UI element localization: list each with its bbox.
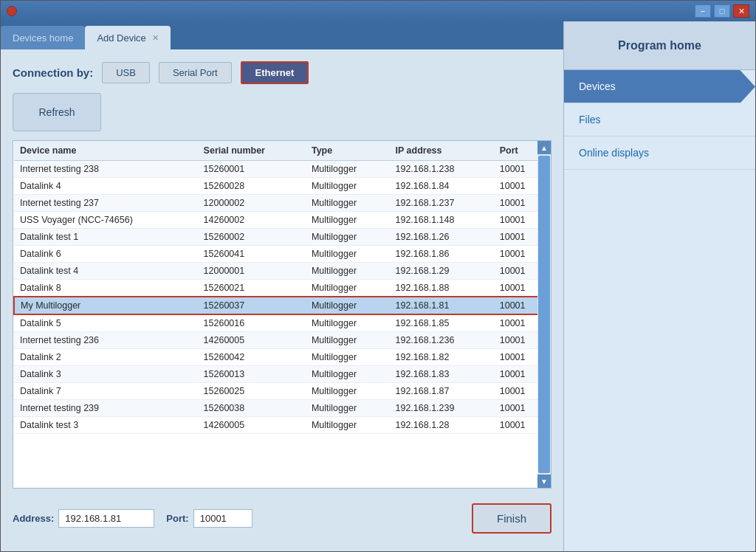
cell-ip: 192.168.1.28: [389, 417, 493, 434]
address-group: Address:: [13, 509, 154, 528]
connection-label: Connection by:: [13, 66, 93, 79]
table-row[interactable]: Datalink 6 15260041 Multilogger 192.168.…: [14, 246, 550, 263]
cell-type: Multilogger: [306, 349, 390, 366]
table-row[interactable]: Internet testing 236 14260005 Multilogge…: [14, 332, 550, 349]
scrollbar[interactable]: ▲ ▼: [537, 141, 551, 488]
cell-serial: 15260042: [198, 349, 306, 366]
cell-serial: 15260001: [198, 161, 306, 178]
scroll-up-button[interactable]: ▲: [537, 141, 551, 154]
cell-type: Multilogger: [306, 332, 390, 349]
cell-ip: 192.168.1.236: [389, 332, 493, 349]
cell-device-name: Datalink 5: [14, 314, 198, 332]
cell-serial: 14260005: [198, 417, 306, 434]
tab-devices-home[interactable]: Devices home: [1, 26, 85, 49]
cell-ip: 192.168.1.83: [389, 366, 493, 383]
cell-serial: 15260016: [198, 314, 306, 332]
cell-device-name: Internet testing 237: [14, 195, 198, 212]
cell-type: Multilogger: [306, 212, 390, 229]
table-row[interactable]: Datalink 4 15260028 Multilogger 192.168.…: [14, 178, 550, 195]
cell-serial: 12000002: [198, 195, 306, 212]
cell-device-name: Internet testing 236: [14, 332, 198, 349]
finish-button[interactable]: Finish: [472, 503, 551, 534]
cell-ip: 192.168.1.85: [389, 314, 493, 332]
table-row[interactable]: Internet testing 239 15260038 Multilogge…: [14, 400, 550, 417]
nav-item-online-displays[interactable]: Online displays: [564, 137, 755, 170]
cell-ip: 192.168.1.87: [389, 383, 493, 400]
nav-item-online-displays-label: Online displays: [579, 147, 649, 159]
cell-ip: 192.168.1.148: [389, 212, 493, 229]
table-scroll[interactable]: Device name Serial number Type IP addres…: [13, 141, 551, 488]
window-controls: − □ ✕: [695, 4, 749, 18]
address-input[interactable]: [58, 509, 154, 528]
cell-device-name: Datalink test 3: [14, 417, 198, 434]
tab-add-device[interactable]: Add Device ✕: [85, 26, 170, 49]
cell-device-name: Datalink 7: [14, 383, 198, 400]
cell-device-name: Datalink 6: [14, 246, 198, 263]
program-home-title: Program home: [564, 21, 755, 70]
cell-serial: 15260041: [198, 246, 306, 263]
connection-row: Connection by: USB Serial Port Ethernet: [13, 61, 551, 84]
nav-item-devices-label: Devices: [579, 80, 616, 92]
table-header-row: Device name Serial number Type IP addres…: [14, 141, 550, 161]
cell-type: Multilogger: [306, 297, 390, 314]
title-bar: − □ ✕: [1, 1, 755, 21]
restore-button[interactable]: □: [714, 4, 730, 18]
cell-ip: 192.168.1.239: [389, 400, 493, 417]
right-panel: Program home Devices Files Online displa…: [563, 21, 755, 551]
table-row[interactable]: Datalink test 3 14260005 Multilogger 192…: [14, 417, 550, 434]
cell-device-name: Datalink test 1: [14, 229, 198, 246]
cell-serial: 15260028: [198, 178, 306, 195]
cell-serial: 15260013: [198, 366, 306, 383]
cell-type: Multilogger: [306, 195, 390, 212]
cell-ip: 192.168.1.86: [389, 246, 493, 263]
cell-ip: 192.168.1.26: [389, 229, 493, 246]
ethernet-button[interactable]: Ethernet: [241, 61, 309, 84]
minimize-button[interactable]: −: [695, 4, 711, 18]
table-row[interactable]: Datalink 2 15260042 Multilogger 192.168.…: [14, 349, 550, 366]
scroll-down-button[interactable]: ▼: [537, 475, 551, 488]
table-row[interactable]: Internet testing 237 12000002 Multilogge…: [14, 195, 550, 212]
close-button[interactable]: ✕: [733, 4, 749, 18]
nav-item-devices[interactable]: Devices: [564, 70, 755, 103]
scrollbar-thumb[interactable]: [538, 156, 550, 473]
device-table-container: Device name Serial number Type IP addres…: [13, 140, 551, 489]
table-row[interactable]: Datalink 5 15260016 Multilogger 192.168.…: [14, 314, 550, 332]
tab-add-device-label: Add Device: [97, 32, 145, 44]
cell-type: Multilogger: [306, 400, 390, 417]
cell-ip: 192.168.1.84: [389, 178, 493, 195]
refresh-button[interactable]: Refresh: [13, 93, 101, 131]
table-row[interactable]: Datalink 3 15260013 Multilogger 192.168.…: [14, 366, 550, 383]
port-label: Port:: [166, 513, 188, 524]
col-device-name: Device name: [14, 141, 198, 161]
cell-type: Multilogger: [306, 314, 390, 332]
main-layout: Devices home Add Device ✕ Connection by:…: [1, 21, 755, 551]
nav-item-files-label: Files: [579, 114, 601, 125]
table-row[interactable]: Datalink test 1 15260002 Multilogger 192…: [14, 229, 550, 246]
table-row[interactable]: Datalink 8 15260021 Multilogger 192.168.…: [14, 280, 550, 297]
cell-device-name: Datalink 8: [14, 280, 198, 297]
cell-ip: 192.168.1.237: [389, 195, 493, 212]
table-row[interactable]: Internet testing 238 15260001 Multilogge…: [14, 161, 550, 178]
cell-device-name: Internet testing 239: [14, 400, 198, 417]
tab-bar: Devices home Add Device ✕: [1, 21, 563, 49]
table-row[interactable]: Datalink 7 15260025 Multilogger 192.168.…: [14, 383, 550, 400]
cell-device-name: USS Voyager (NCC-74656): [14, 212, 198, 229]
refresh-container: Refresh: [13, 93, 551, 131]
table-row[interactable]: USS Voyager (NCC-74656) 14260002 Multilo…: [14, 212, 550, 229]
col-type: Type: [306, 141, 390, 161]
table-row[interactable]: Datalink test 4 12000001 Multilogger 192…: [14, 263, 550, 280]
port-input[interactable]: [193, 509, 252, 528]
main-window: − □ ✕ Devices home Add Device ✕ Conn: [0, 0, 756, 552]
tab-add-device-close[interactable]: ✕: [152, 33, 159, 43]
serial-port-button[interactable]: Serial Port: [159, 62, 232, 83]
cell-device-name: Datalink 3: [14, 366, 198, 383]
cell-ip: 192.168.1.29: [389, 263, 493, 280]
table-row[interactable]: My Multilogger 15260037 Multilogger 192.…: [14, 297, 550, 314]
cell-type: Multilogger: [306, 383, 390, 400]
col-ip-address: IP address: [389, 141, 493, 161]
cell-serial: 15260021: [198, 280, 306, 297]
tab-devices-home-label: Devices home: [13, 32, 73, 44]
cell-type: Multilogger: [306, 263, 390, 280]
nav-item-files[interactable]: Files: [564, 103, 755, 137]
usb-button[interactable]: USB: [102, 62, 150, 83]
